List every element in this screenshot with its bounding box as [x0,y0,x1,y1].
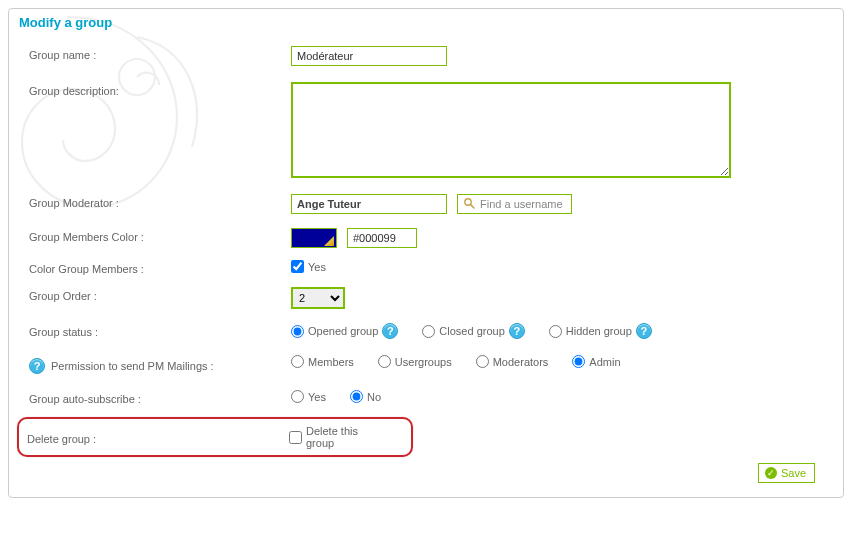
status-hidden-radio[interactable] [549,325,562,338]
group-moderator-input[interactable] [291,194,447,214]
delete-group-text: Delete this group [306,425,389,449]
svg-line-2 [471,205,474,208]
pm-admin-label: Admin [589,356,620,368]
status-opened-label: Opened group [308,325,378,337]
pm-usergroups-label: Usergroups [395,356,452,368]
delete-group-label: Delete group : [27,430,289,445]
pm-permission-label: Permission to send PM Mailings : [51,360,214,372]
pm-moderators-label: Moderators [493,356,549,368]
color-hex-input[interactable] [347,228,417,248]
pm-members-radio[interactable] [291,355,304,368]
color-members-yes-label: Yes [308,261,326,273]
pm-usergroups-radio[interactable] [378,355,391,368]
find-username-button[interactable]: Find a username [457,194,572,214]
status-opened-radio[interactable] [291,325,304,338]
autosub-yes-label: Yes [308,391,326,403]
form: Group name : Group description: Group Mo… [9,34,843,483]
status-closed-label: Closed group [439,325,504,337]
auto-subscribe-label: Group auto-subscribe : [21,390,291,405]
group-order-select[interactable]: 2 [291,287,345,309]
group-name-label: Group name : [21,46,291,61]
color-group-members-label: Color Group Members : [21,260,291,275]
group-status-label: Group status : [21,323,291,338]
pm-members-label: Members [308,356,354,368]
status-hidden-label: Hidden group [566,325,632,337]
status-closed-radio[interactable] [422,325,435,338]
group-name-input[interactable] [291,46,447,66]
panel-title: Modify a group [9,9,843,34]
help-icon[interactable]: ? [636,323,652,339]
group-members-color-label: Group Members Color : [21,228,291,243]
find-username-label: Find a username [480,198,563,210]
search-icon [463,197,475,211]
help-icon[interactable]: ? [29,358,45,374]
help-icon[interactable]: ? [382,323,398,339]
modify-group-panel: Modify a group Group name : Group descri… [8,8,844,498]
group-moderator-label: Group Moderator : [21,194,291,209]
group-description-textarea[interactable] [291,82,731,178]
color-swatch[interactable] [291,228,337,248]
check-icon: ✓ [765,467,777,479]
delete-group-checkbox[interactable] [289,431,302,444]
delete-group-highlight: Delete group : Delete this group [17,417,413,457]
save-button[interactable]: ✓ Save [758,463,815,483]
pm-admin-radio[interactable] [572,355,585,368]
autosub-yes-radio[interactable] [291,390,304,403]
group-description-label: Group description: [21,82,291,97]
autosub-no-label: No [367,391,381,403]
pm-moderators-radio[interactable] [476,355,489,368]
help-icon[interactable]: ? [509,323,525,339]
autosub-no-radio[interactable] [350,390,363,403]
save-label: Save [781,467,806,479]
color-members-checkbox[interactable] [291,260,304,273]
group-order-label: Group Order : [21,287,291,302]
